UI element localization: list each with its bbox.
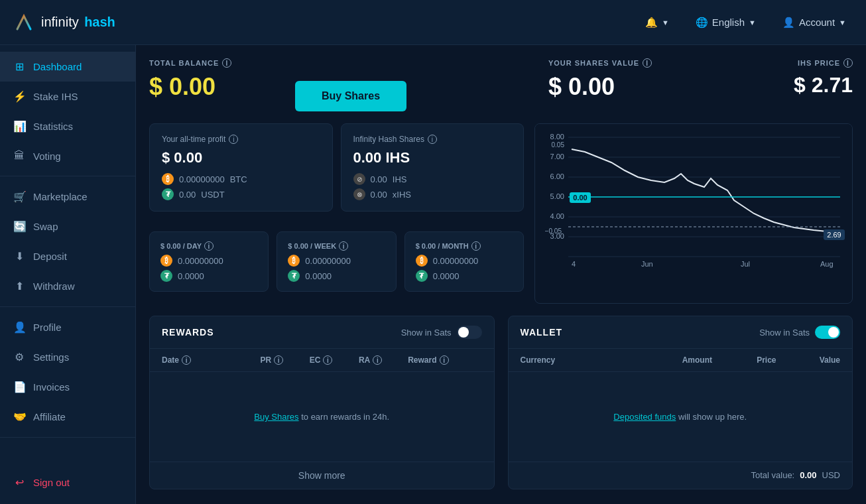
signout-icon: ↩: [13, 476, 25, 489]
profit-usdt-row: ₮ 0.00 USDT: [162, 188, 320, 200]
svg-text:4: 4: [572, 260, 576, 268]
sidebar-label-withdraw: Withdraw: [33, 281, 75, 292]
earn-month-info[interactable]: i: [471, 241, 481, 251]
wallet-empty-text: will show up here.: [678, 412, 747, 422]
wallet-total-label: Total value:: [751, 470, 794, 480]
wallet-sats-toggle[interactable]: [815, 326, 840, 339]
sidebar: ⊞ Dashboard ⚡ Stake IHS 📊 Statistics 🏛 V…: [0, 45, 136, 504]
ihs-price-value: $ 2.71: [794, 73, 853, 97]
profit-btc-label: BTC: [230, 174, 247, 184]
sidebar-item-marketplace[interactable]: 🛒 Marketplace: [0, 182, 135, 212]
sidebar-item-dashboard[interactable]: ⊞ Dashboard: [0, 52, 135, 82]
wallet-col-price: Price: [712, 355, 776, 365]
rewards-empty-text: to earn rewards in 24h.: [301, 412, 389, 422]
svg-text:0.05: 0.05: [552, 141, 565, 149]
shares-ihs-label: IHS: [393, 174, 407, 184]
language-label: English: [712, 17, 745, 28]
sidebar-item-swap[interactable]: 🔄 Swap: [0, 212, 135, 241]
buy-shares-container: Buy Shares: [295, 58, 406, 111]
reward-col-info[interactable]: i: [440, 355, 449, 365]
earn-day-info[interactable]: i: [204, 241, 214, 251]
earn-month-card: $ 0.00 / MONTH i ₿ 0.00000000 ₮ 0.0000: [404, 231, 524, 292]
sidebar-item-statistics[interactable]: 📊 Statistics: [0, 111, 135, 141]
wallet-col-currency: Currency: [521, 355, 627, 365]
ihs-price-block: IHS PRICE i $ 2.71: [794, 58, 853, 97]
bottom-row: REWARDS Show in Sats Datei PRi: [149, 316, 853, 489]
settings-icon: ⚙: [13, 351, 25, 363]
profit-card: Your all-time profit i $ 0.00 ₿ 0.000000…: [149, 123, 333, 212]
shares-value-block: YOUR SHARES VALUE i $ 0.00: [548, 58, 652, 101]
shares-info-icon[interactable]: i: [428, 135, 437, 144]
earn-week-info[interactable]: i: [339, 241, 348, 251]
col-ec: ECi: [310, 355, 359, 365]
svg-text:4.00: 4.00: [550, 212, 564, 220]
wallet-empty-message: Deposited funds will show up here.: [509, 372, 853, 462]
sidebar-item-profile[interactable]: 👤 Profile: [0, 312, 135, 342]
pr-col-info[interactable]: i: [274, 355, 283, 365]
profit-info-icon[interactable]: i: [229, 135, 238, 144]
xihs-coin-icon: ⊗: [353, 188, 365, 200]
wallet-footer: Total value: 0.00 USD: [509, 462, 853, 488]
sidebar-item-settings[interactable]: ⚙ Settings: [0, 342, 135, 372]
shares-card-value: 0.00 IHS: [353, 149, 512, 166]
col-ra: RAi: [359, 355, 408, 365]
ra-col-info[interactable]: i: [373, 355, 382, 365]
price-chart: 8.00 7.00 6.00 5.00 4.00 3.00 4 Jun Jul …: [534, 123, 853, 304]
withdraw-icon: ⬆: [13, 280, 25, 292]
shares-xihs-label: xIHS: [393, 190, 411, 200]
sidebar-item-withdraw[interactable]: ⬆ Withdraw: [0, 271, 135, 301]
ihs-price-info[interactable]: i: [843, 58, 853, 68]
content: TOTAL BALANCE i $ 0.00 Buy Shares YOUR S…: [136, 45, 866, 504]
wallet-title: WALLET: [521, 327, 563, 338]
globe-icon: 🌐: [696, 17, 708, 29]
rewards-sats-toggle[interactable]: [457, 326, 482, 339]
rewards-show-more[interactable]: Show more: [150, 462, 494, 489]
earn-day-card: $ 0.00 / DAY i ₿ 0.00000000 ₮ 0.0000: [149, 231, 269, 292]
sidebar-label-deposit: Deposit: [33, 251, 67, 262]
sidebar-label-affiliate: Affiliate: [33, 411, 66, 422]
shares-xihs-row: ⊗ 0.00 xIHS: [353, 188, 512, 200]
svg-text:6.00: 6.00: [550, 172, 564, 180]
earn-month-usdt: ₮ 0.0000: [416, 270, 513, 282]
earn-week-usdt-val: 0.0000: [305, 271, 332, 281]
buy-shares-button[interactable]: Buy Shares: [295, 81, 406, 111]
total-balance-info[interactable]: i: [222, 58, 231, 68]
shares-card: Infinity Hash Shares i 0.00 IHS ⊘ 0.00 I…: [341, 123, 525, 212]
shares-ihs-value: 0.00: [371, 174, 387, 184]
deposited-funds-link[interactable]: Deposited funds: [613, 412, 676, 422]
shares-value-info[interactable]: i: [643, 58, 652, 68]
sidebar-item-invoices[interactable]: 📄 Invoices: [0, 372, 135, 402]
header-right: 🔔 ▼ 🌐 English ▼ 👤 Account ▼: [639, 13, 853, 32]
logo-icon: [13, 12, 34, 33]
account-button[interactable]: 👤 Account ▼: [776, 13, 853, 32]
logo-text: infinity hash: [41, 15, 115, 30]
buy-shares-link[interactable]: Buy Shares: [254, 412, 298, 422]
language-arrow: ▼: [749, 19, 756, 27]
wallet-section: WALLET Show in Sats Currency Amount: [508, 316, 853, 489]
dashboard-icon: ⊞: [13, 60, 25, 73]
earn-day-title: $ 0.00 / DAY i: [160, 241, 257, 251]
svg-text:Jun: Jun: [641, 260, 653, 268]
svg-text:8.00: 8.00: [550, 133, 564, 141]
sidebar-item-affiliate[interactable]: 🤝 Affiliate: [0, 402, 135, 432]
deposit-icon: ⬇: [13, 250, 25, 263]
sidebar-item-deposit[interactable]: ⬇ Deposit: [0, 241, 135, 271]
sidebar-label-signout: Sign out: [33, 477, 70, 488]
wallet-total-currency: USD: [822, 470, 840, 480]
date-col-info[interactable]: i: [182, 355, 191, 365]
ec-col-info[interactable]: i: [323, 355, 332, 365]
sidebar-divider-2: [0, 306, 135, 307]
earn-month-usdt-val: 0.0000: [433, 271, 460, 281]
sidebar-item-stake[interactable]: ⚡ Stake IHS: [0, 82, 135, 111]
earn-week-usdt: ₮ 0.0000: [288, 270, 385, 282]
language-button[interactable]: 🌐 English ▼: [689, 13, 763, 32]
affiliate-icon: 🤝: [13, 410, 25, 423]
earn-week-btc-val: 0.00000000: [305, 256, 351, 266]
sign-out-button[interactable]: ↩ Sign out: [0, 468, 135, 497]
sidebar-label-profile: Profile: [33, 322, 62, 333]
sidebar-item-voting[interactable]: 🏛 Voting: [0, 141, 135, 170]
earn-day-btc-val: 0.00000000: [178, 256, 223, 266]
wallet-col-amount: Amount: [627, 355, 712, 365]
sidebar-label-marketplace: Marketplace: [33, 191, 88, 202]
notification-button[interactable]: 🔔 ▼: [639, 13, 676, 32]
